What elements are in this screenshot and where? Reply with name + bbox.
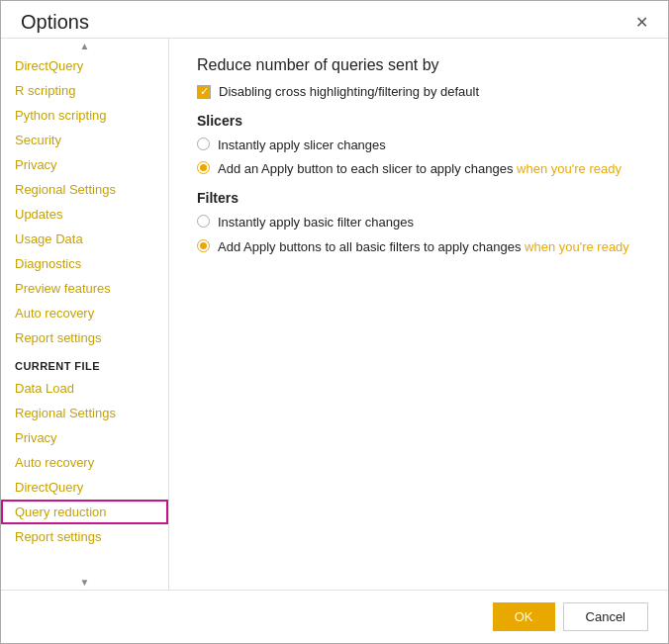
sidebar-item-report-settings[interactable]: Report settings bbox=[1, 325, 168, 350]
title-bar: Options ✕ bbox=[1, 1, 668, 38]
scroll-down-arrow[interactable]: ▼ bbox=[1, 575, 168, 590]
sidebar-item-privacy[interactable]: Privacy bbox=[1, 152, 168, 177]
current-file-label: CURRENT FILE bbox=[1, 350, 168, 376]
dialog-title: Options bbox=[21, 11, 89, 34]
sidebar-item-query-reduction[interactable]: Query reduction bbox=[1, 500, 168, 524]
slicer-radio-2[interactable] bbox=[197, 161, 210, 174]
sidebar-item-auto-recovery[interactable]: Auto recovery bbox=[1, 301, 168, 325]
dialog-footer: OK Cancel bbox=[1, 590, 668, 643]
sidebar-item-diagnostics[interactable]: Diagnostics bbox=[1, 251, 168, 276]
dialog-body: ▲ DirectQueryR scriptingPython scripting… bbox=[1, 38, 668, 590]
sidebar-scroll[interactable]: DirectQueryR scriptingPython scriptingSe… bbox=[1, 53, 168, 575]
page-title: Reduce number of queries sent by bbox=[197, 56, 640, 74]
options-dialog: Options ✕ ▲ DirectQueryR scriptingPython… bbox=[0, 0, 669, 644]
cross-highlight-checkbox[interactable]: ✓ bbox=[197, 85, 211, 99]
checkmark-icon: ✓ bbox=[200, 86, 209, 97]
sidebar: ▲ DirectQueryR scriptingPython scripting… bbox=[1, 39, 169, 590]
slicer-label-1: Instantly apply slicer changes bbox=[218, 137, 386, 154]
slicer-option-1-row[interactable]: Instantly apply slicer changes bbox=[197, 137, 640, 154]
ok-button[interactable]: OK bbox=[493, 602, 555, 631]
sidebar-item-data-load[interactable]: Data Load bbox=[1, 376, 168, 401]
sidebar-item-directquery-cf[interactable]: DirectQuery bbox=[1, 475, 168, 500]
cancel-button[interactable]: Cancel bbox=[563, 602, 648, 631]
filters-title: Filters bbox=[197, 190, 640, 206]
slicer-option-2-row[interactable]: Add an Apply button to each slicer to ap… bbox=[197, 160, 640, 178]
slicer-radio-1[interactable] bbox=[197, 138, 210, 150]
slicers-title: Slicers bbox=[197, 113, 640, 129]
cross-highlight-label: Disabling cross highlighting/filtering b… bbox=[219, 84, 479, 99]
sidebar-item-usage-data[interactable]: Usage Data bbox=[1, 227, 168, 251]
close-button[interactable]: ✕ bbox=[629, 13, 654, 33]
sidebar-item-r-scripting[interactable]: R scripting bbox=[1, 78, 168, 103]
sidebar-item-security[interactable]: Security bbox=[1, 128, 168, 152]
filter-radio-2[interactable] bbox=[197, 239, 210, 252]
filters-radio-group: Instantly apply basic filter changes Add… bbox=[197, 214, 640, 255]
sidebar-item-auto-recovery-cf[interactable]: Auto recovery bbox=[1, 450, 168, 475]
sidebar-item-updates[interactable]: Updates bbox=[1, 202, 168, 227]
sidebar-item-preview-features[interactable]: Preview features bbox=[1, 276, 168, 301]
sidebar-item-regional-settings-cf[interactable]: Regional Settings bbox=[1, 401, 168, 425]
filter-option-2-row[interactable]: Add Apply buttons to all basic filters t… bbox=[197, 238, 640, 256]
slicers-radio-group: Instantly apply slicer changes Add an Ap… bbox=[197, 137, 640, 178]
main-content: Reduce number of queries sent by ✓ Disab… bbox=[169, 39, 668, 590]
cross-highlight-checkbox-row[interactable]: ✓ Disabling cross highlighting/filtering… bbox=[197, 84, 640, 99]
sidebar-item-report-settings-cf[interactable]: Report settings bbox=[1, 524, 168, 549]
sidebar-item-regional-settings[interactable]: Regional Settings bbox=[1, 177, 168, 202]
scroll-up-arrow[interactable]: ▲ bbox=[1, 39, 168, 53]
filter-radio-1[interactable] bbox=[197, 215, 210, 228]
sidebar-global-items: DirectQueryR scriptingPython scriptingSe… bbox=[1, 53, 168, 350]
slicer-label-2: Add an Apply button to each slicer to ap… bbox=[218, 160, 621, 178]
sidebar-item-python-scripting[interactable]: Python scripting bbox=[1, 103, 168, 128]
filter-option-1-row[interactable]: Instantly apply basic filter changes bbox=[197, 214, 640, 231]
filter-label-2: Add Apply buttons to all basic filters t… bbox=[218, 238, 629, 256]
sidebar-current-file-items: Data LoadRegional SettingsPrivacyAuto re… bbox=[1, 376, 168, 549]
sidebar-item-privacy-cf[interactable]: Privacy bbox=[1, 425, 168, 450]
sidebar-item-directquery[interactable]: DirectQuery bbox=[1, 53, 168, 78]
filter-label-1: Instantly apply basic filter changes bbox=[218, 214, 414, 231]
